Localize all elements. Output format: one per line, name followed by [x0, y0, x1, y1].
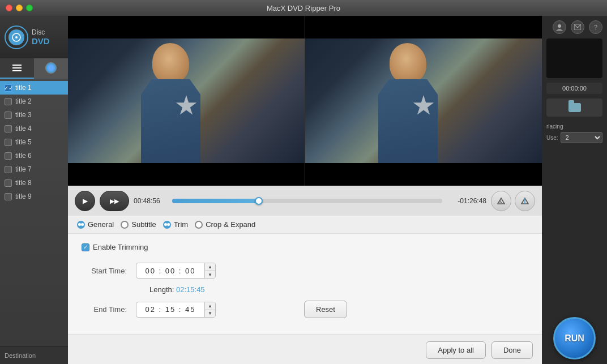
length-info: Length: 02:15:45: [149, 285, 528, 294]
radio-trim[interactable]: [163, 221, 171, 229]
title-item-1[interactable]: ✓ title 1: [0, 81, 68, 95]
logo-icon: [5, 25, 28, 49]
close-button[interactable]: [6, 5, 12, 11]
tab-crop-expand[interactable]: Crop & Expand: [195, 220, 255, 229]
logo-text-area: Disc DVD: [32, 28, 50, 46]
play-button[interactable]: ▶: [75, 191, 95, 211]
start-time-label: Start Time:: [82, 267, 127, 275]
sidebar: Disc DVD ✓ title 1 ti: [0, 16, 68, 364]
start-time-up-button[interactable]: ▲: [205, 263, 215, 271]
destination-bar: Destination: [0, 346, 68, 364]
title-item-8[interactable]: title 8: [0, 176, 68, 190]
deinterlace-text: rlacing: [546, 123, 563, 130]
done-button[interactable]: Done: [491, 341, 533, 359]
disc-icon: [45, 62, 57, 74]
start-time-down-button[interactable]: ▼: [205, 271, 215, 278]
use-select[interactable]: 2 1 3: [561, 132, 602, 143]
sidebar-tab-disc[interactable]: [34, 58, 68, 79]
fast-forward-button[interactable]: ▶▶: [100, 191, 129, 211]
enable-trimming-option[interactable]: ✓ Enable Trimming: [82, 243, 528, 251]
title-bar: MacX DVD Ripper Pro: [0, 0, 607, 16]
start-time-input-group: ▲ ▼: [136, 263, 216, 279]
destination-label: Destination: [5, 352, 36, 359]
title-item-2[interactable]: title 2: [0, 95, 68, 108]
sidebar-tab-list[interactable]: [0, 58, 34, 79]
run-label: RUN: [565, 333, 584, 344]
tab-trim-label: Trim: [174, 220, 189, 229]
seek-bar[interactable]: [172, 199, 442, 203]
list-icon: [12, 65, 22, 71]
title-label-1: title 1: [15, 84, 32, 92]
title-checkbox-4[interactable]: [5, 125, 12, 132]
title-item-4[interactable]: title 4: [0, 122, 68, 135]
sidebar-tabs: [0, 58, 68, 79]
tab-general[interactable]: General: [77, 220, 114, 229]
end-time-row: End Time: ▲ ▼ Reset: [82, 301, 528, 318]
play-icon: ▶: [83, 197, 88, 205]
video-black-bottom-right: [305, 163, 542, 186]
title-label-9: title 9: [15, 192, 32, 200]
person-icon: [556, 24, 563, 31]
end-time-label: End Time:: [82, 305, 127, 314]
title-item-6[interactable]: title 6: [0, 149, 68, 162]
title-label-2: title 2: [15, 97, 32, 105]
main-container: Disc DVD ✓ title 1 ti: [0, 16, 607, 364]
video-black-top-left: [68, 16, 305, 38]
enable-trim-label: Enable Trimming: [93, 243, 148, 251]
end-time-down-button[interactable]: ▼: [205, 310, 215, 317]
trim-panel: ✓ Enable Trimming Start Time: ▲ ▼ Length…: [68, 234, 542, 334]
tab-crop-expand-label: Crop & Expand: [206, 220, 255, 229]
radio-crop-expand[interactable]: [195, 221, 203, 229]
reset-button[interactable]: Reset: [304, 301, 347, 318]
scene-next-button[interactable]: [515, 191, 535, 211]
time-end-display: -01:26:48: [447, 197, 486, 205]
mountain-icon: [497, 196, 506, 205]
maximize-button[interactable]: [26, 5, 33, 11]
scene-icon: [520, 196, 529, 205]
title-label-3: title 3: [15, 111, 32, 119]
title-item-7[interactable]: title 7: [0, 162, 68, 176]
help-button[interactable]: ?: [589, 20, 602, 34]
mail-button[interactable]: [571, 20, 584, 34]
radio-subtitle[interactable]: [121, 221, 129, 229]
start-time-row: Start Time: ▲ ▼: [82, 263, 528, 279]
tab-trim[interactable]: Trim: [163, 220, 189, 229]
enable-trim-checkbox[interactable]: ✓: [82, 243, 89, 251]
end-time-up-button[interactable]: ▲: [205, 302, 215, 310]
start-time-input[interactable]: [136, 264, 204, 278]
logo-inner-icon: [8, 29, 24, 45]
end-time-input[interactable]: [136, 302, 204, 316]
title-checkbox-7[interactable]: [5, 166, 12, 173]
end-time-input-group: ▲ ▼: [136, 302, 216, 318]
video-panels-row: [68, 16, 542, 186]
title-checkbox-6[interactable]: [5, 152, 12, 160]
seek-handle[interactable]: [255, 197, 263, 205]
title-checkbox-5[interactable]: [5, 139, 12, 146]
title-label-7: title 7: [15, 165, 32, 173]
option-tabs: General Subtitle Trim Crop & Expand: [68, 216, 542, 234]
apply-to-all-button[interactable]: Apply to all: [426, 341, 486, 359]
preview-thumbnail: [546, 38, 602, 78]
title-item-3[interactable]: title 3: [0, 108, 68, 122]
title-label-6: title 6: [15, 152, 32, 160]
person-button[interactable]: [553, 20, 566, 34]
video-scene-right: [305, 38, 542, 163]
deinterlace-label: rlacing: [546, 123, 602, 130]
svg-point-1: [15, 36, 18, 38]
scene-prev-button[interactable]: [491, 191, 511, 211]
logo-area: Disc DVD: [0, 16, 68, 58]
run-button[interactable]: RUN: [553, 317, 596, 359]
title-checkbox-2[interactable]: [5, 98, 12, 105]
title-checkbox-3[interactable]: [5, 112, 12, 119]
title-item-5[interactable]: title 5: [0, 135, 68, 149]
title-checkbox-8[interactable]: [5, 179, 12, 187]
traffic-lights: [6, 5, 33, 11]
radio-general[interactable]: [77, 221, 85, 229]
title-item-9[interactable]: title 9: [0, 190, 68, 203]
minimize-button[interactable]: [16, 5, 23, 11]
tab-subtitle[interactable]: Subtitle: [121, 220, 156, 229]
title-checkbox-9[interactable]: [5, 193, 12, 200]
title-checkbox-1[interactable]: ✓: [5, 84, 12, 92]
folder-button[interactable]: [546, 99, 602, 117]
title-list: ✓ title 1 title 2 title 3 title 4 title …: [0, 79, 68, 346]
